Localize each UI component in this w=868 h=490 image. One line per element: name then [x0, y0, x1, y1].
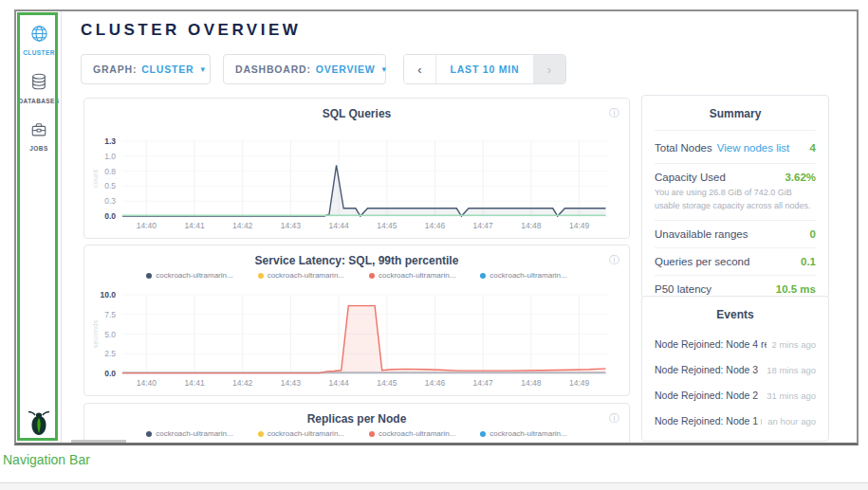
scrollbar-fragment[interactable]: [71, 440, 126, 443]
event-text: Node Rejoined: Node 1 rej...: [655, 415, 762, 426]
capacity-label: Capacity Used: [655, 172, 726, 183]
total-nodes-label: Total Nodes: [655, 142, 712, 154]
summary-row-qps: Queries per second 0.1: [655, 247, 816, 275]
sidebar-item-databases[interactable]: DATABASES: [16, 73, 62, 104]
dashboard-dropdown[interactable]: DASHBOARD: OVERVIEW ▾: [223, 54, 386, 84]
chevron-down-icon: ▾: [382, 64, 387, 74]
event-text: Node Rejoined: Node 2 rej...: [655, 390, 761, 401]
event-row[interactable]: Node Rejoined: Node 4 rej...2 mins ago: [655, 331, 816, 356]
svg-text:0.3: 0.3: [104, 196, 116, 206]
svg-text:seconds: seconds: [91, 320, 100, 349]
svg-text:5.0: 5.0: [104, 330, 116, 339]
event-row[interactable]: Node Rejoined: Node 3 rej...18 mins ago: [655, 356, 816, 382]
legend-item[interactable]: cockroach-ultramarin...: [258, 271, 344, 280]
unavailable-ranges-label: Unavailable ranges: [655, 228, 748, 240]
svg-text:14:42: 14:42: [232, 221, 253, 230]
event-time: 31 mins ago: [766, 390, 816, 401]
info-icon[interactable]: ⓘ: [609, 253, 619, 267]
legend-item[interactable]: cockroach-ultramarin...: [146, 271, 232, 280]
navigation-bar: CLUSTER DATABASES: [16, 11, 62, 443]
svg-text:count: count: [91, 169, 100, 188]
info-icon[interactable]: ⓘ: [609, 411, 619, 426]
service-latency-chart-card: Service Latency: SQL, 99th percentile ⓘ …: [83, 245, 630, 396]
svg-text:2.5: 2.5: [104, 349, 116, 358]
cockroachdb-logo-icon: [26, 408, 52, 437]
svg-text:14:40: 14:40: [137, 378, 157, 388]
legend-item[interactable]: cockroach-ultramarin...: [369, 271, 455, 280]
legend-label: cockroach-ultramarin...: [156, 271, 232, 280]
chart-legend: cockroach-ultramarin...cockroach-ultrama…: [84, 429, 629, 438]
summary-row-total-nodes: Total NodesView nodes list 4: [655, 130, 816, 163]
chart-title: SQL Queries: [84, 107, 629, 120]
event-time: an hour ago: [767, 416, 816, 426]
svg-text:14:46: 14:46: [425, 221, 446, 230]
legend-dot-icon: [258, 273, 264, 279]
time-prev-button[interactable]: ‹: [404, 55, 436, 83]
event-row[interactable]: Node Rejoined: Node 4 rej...an hour ago: [655, 433, 816, 445]
svg-text:14:44: 14:44: [328, 378, 349, 388]
capacity-subtext: You are using 26.8 GiB of 742.0 GiB usab…: [655, 187, 816, 220]
legend-label: cockroach-ultramarin...: [489, 271, 566, 280]
event-row[interactable]: Node Rejoined: Node 1 rej...an hour ago: [655, 408, 816, 433]
bottom-strip: [0, 482, 868, 490]
legend-label: cockroach-ultramarin...: [379, 271, 455, 280]
globe-icon: [30, 25, 48, 43]
sql-queries-plot: 1.31.00.80.50.30.014:4014:4114:4214:4314…: [84, 124, 629, 238]
svg-text:14:48: 14:48: [521, 378, 542, 388]
event-time: 2 mins ago: [772, 339, 816, 350]
svg-text:0.0: 0.0: [104, 211, 116, 221]
legend-item[interactable]: cockroach-ultramarin...: [146, 429, 232, 438]
svg-text:14:43: 14:43: [281, 378, 302, 388]
legend-item[interactable]: cockroach-ultramarin...: [480, 429, 566, 438]
sidebar-item-label: DATABASES: [16, 98, 62, 104]
legend-dot-icon: [480, 431, 486, 437]
time-range-value[interactable]: LAST 10 MIN: [436, 55, 533, 83]
legend-item[interactable]: cockroach-ultramarin...: [369, 429, 455, 438]
sql-queries-chart-card: SQL Queries ⓘ 1.31.00.80.50.30.014:4014:…: [83, 98, 630, 239]
event-text: Node Rejoined: Node 3 rej...: [655, 364, 761, 375]
event-row[interactable]: Node Rejoined: Node 2 rej...31 mins ago: [655, 382, 816, 408]
chart-title: Service Latency: SQL, 99th percentile: [84, 254, 629, 267]
legend-label: cockroach-ultramarin...: [489, 429, 566, 438]
graph-dropdown[interactable]: GRAPH: CLUSTER ▾: [81, 54, 211, 84]
legend-dot-icon: [146, 273, 152, 279]
events-panel: Events Node Rejoined: Node 4 rej...2 min…: [641, 296, 829, 442]
view-nodes-list-link[interactable]: View nodes list: [717, 142, 790, 154]
p50-latency-label: P50 latency: [655, 283, 711, 295]
service-latency-plot: 10.07.55.02.50.014:4014:4114:4214:4314:4…: [84, 280, 629, 395]
replicas-per-node-chart-card: Replicas per Node ⓘ cockroach-ultramarin…: [83, 403, 630, 445]
sidebar-item-label: JOBS: [16, 145, 62, 152]
qps-label: Queries per second: [655, 256, 749, 267]
info-icon[interactable]: ⓘ: [609, 106, 619, 120]
legend-item[interactable]: cockroach-ultramarin...: [480, 271, 566, 280]
sidebar-item-label: CLUSTER: [16, 49, 62, 56]
legend-dot-icon: [480, 273, 486, 279]
sidebar-item-cluster[interactable]: CLUSTER: [16, 25, 62, 56]
chevron-down-icon: ▾: [200, 64, 205, 74]
navigation-bar-annotation-label: Navigation Bar: [3, 452, 90, 467]
event-time: an hour ago: [767, 442, 816, 446]
chart-title: Replicas per Node: [84, 412, 629, 426]
legend-label: cockroach-ultramarin...: [156, 429, 232, 438]
svg-text:0.5: 0.5: [104, 181, 116, 191]
capacity-value: 3.62%: [785, 172, 816, 183]
dashboard-dropdown-value: OVERVIEW: [316, 64, 376, 75]
legend-dot-icon: [146, 431, 152, 437]
database-icon: [30, 73, 47, 91]
briefcase-icon: [30, 121, 47, 138]
legend-label: cockroach-ultramarin...: [268, 429, 344, 438]
summary-row-unavailable: Unavailable ranges 0: [655, 220, 816, 247]
svg-text:14:47: 14:47: [473, 221, 494, 230]
legend-item[interactable]: cockroach-ultramarin...: [258, 429, 344, 438]
time-next-button[interactable]: ›: [533, 55, 565, 83]
events-title: Events: [655, 297, 816, 331]
legend-dot-icon: [369, 273, 375, 279]
unavailable-ranges-value: 0: [810, 228, 816, 240]
page-title: CLUSTER OVERVIEW: [81, 21, 301, 40]
svg-text:14:44: 14:44: [328, 221, 349, 230]
legend-dot-icon: [369, 431, 375, 437]
sidebar-item-jobs[interactable]: JOBS: [16, 121, 62, 152]
svg-text:14:42: 14:42: [232, 378, 253, 388]
svg-text:14:49: 14:49: [569, 378, 590, 388]
svg-text:7.5: 7.5: [104, 310, 116, 319]
